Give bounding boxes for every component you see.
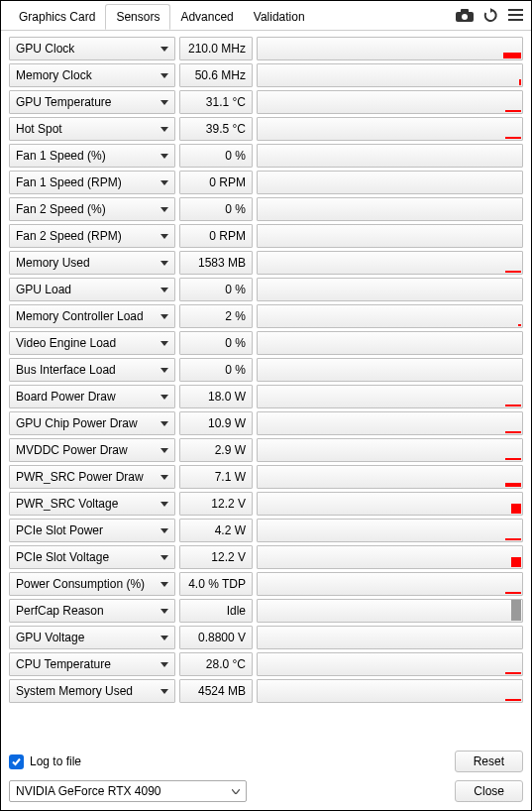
sensor-label-dropdown[interactable]: PWR_SRC Voltage <box>9 492 175 516</box>
log-to-file-label: Log to file <box>30 754 81 768</box>
chevron-down-icon <box>160 609 168 614</box>
sensor-label-dropdown[interactable]: CPU Temperature <box>9 652 175 676</box>
sensor-label-dropdown[interactable]: PWR_SRC Power Draw <box>9 465 175 489</box>
sensor-label-dropdown[interactable]: Board Power Draw <box>9 385 175 408</box>
sensor-row: PerfCap ReasonIdle <box>9 599 523 623</box>
sensor-label-dropdown[interactable]: Memory Controller Load <box>9 304 175 328</box>
spark-indicator <box>505 271 521 273</box>
svg-point-2 <box>462 14 468 20</box>
sensor-label-dropdown[interactable]: GPU Load <box>9 278 175 301</box>
svg-rect-3 <box>508 9 523 11</box>
spark-indicator <box>518 324 521 326</box>
sensor-value: 0 % <box>179 144 253 168</box>
spark-indicator <box>505 538 521 540</box>
sensor-label: PWR_SRC Voltage <box>16 497 118 511</box>
sensor-label: Fan 1 Speed (RPM) <box>16 175 122 189</box>
chevron-down-icon <box>160 395 168 400</box>
footer: Log to file Reset NVIDIA GeForce RTX 409… <box>1 743 531 810</box>
sensor-value: 2.9 W <box>179 438 253 462</box>
sensor-label-dropdown[interactable]: PCIe Slot Power <box>9 519 175 542</box>
sensor-label: GPU Load <box>16 283 71 296</box>
sensor-label-dropdown[interactable]: Hot Spot <box>9 117 175 141</box>
sensor-label: Memory Controller Load <box>16 309 144 323</box>
sensor-label: Hot Spot <box>16 122 62 136</box>
sensor-graph <box>257 652 523 676</box>
sensor-value: 12.2 V <box>179 492 253 516</box>
sensor-label-dropdown[interactable]: MVDDC Power Draw <box>9 438 175 462</box>
chevron-down-icon <box>160 636 168 640</box>
svg-rect-4 <box>508 14 523 16</box>
chevron-down-icon <box>160 47 168 52</box>
sensor-label-dropdown[interactable]: System Memory Used <box>9 679 175 703</box>
chevron-down-icon <box>160 207 168 212</box>
sensor-label-dropdown[interactable]: Fan 1 Speed (RPM) <box>9 171 175 194</box>
sensor-value: 50.6 MHz <box>179 63 253 87</box>
sensor-graph <box>257 465 523 489</box>
sensor-label-dropdown[interactable]: GPU Temperature <box>9 90 175 114</box>
sensor-label: PerfCap Reason <box>16 604 104 618</box>
menu-icon[interactable] <box>508 9 523 22</box>
sensor-value: Idle <box>179 599 253 623</box>
sensor-label-dropdown[interactable]: Fan 1 Speed (%) <box>9 144 175 168</box>
sensor-label-dropdown[interactable]: GPU Clock <box>9 37 175 60</box>
spark-indicator <box>511 504 521 514</box>
sensor-row: Bus Interface Load0 % <box>9 358 523 382</box>
tab-advanced[interactable]: Advanced <box>170 5 243 29</box>
sensor-row: Power Consumption (%)4.0 % TDP <box>9 572 523 596</box>
sensor-graph <box>257 331 523 355</box>
spark-indicator <box>505 405 521 406</box>
svg-rect-5 <box>508 19 523 21</box>
screenshot-icon[interactable] <box>456 9 474 22</box>
sensor-label-dropdown[interactable]: Fan 2 Speed (RPM) <box>9 224 175 248</box>
svg-rect-1 <box>461 9 469 13</box>
spark-indicator <box>505 483 521 487</box>
sensor-label: GPU Clock <box>16 42 74 56</box>
sensor-label-dropdown[interactable]: Memory Clock <box>9 63 175 87</box>
chevron-down-icon <box>160 261 168 266</box>
tab-validation[interactable]: Validation <box>244 5 315 29</box>
sensor-row: MVDDC Power Draw2.9 W <box>9 438 523 462</box>
sensor-label: PCIe Slot Voltage <box>16 550 109 564</box>
log-to-file-checkbox[interactable]: Log to file <box>9 754 81 769</box>
sensor-value: 0 RPM <box>179 171 253 194</box>
sensor-label-dropdown[interactable]: Fan 2 Speed (%) <box>9 197 175 221</box>
sensor-graph <box>257 572 523 596</box>
sensor-label-dropdown[interactable]: GPU Voltage <box>9 626 175 649</box>
sensor-row: GPU Temperature31.1 °C <box>9 90 523 114</box>
sensor-row: Fan 2 Speed (%)0 % <box>9 197 523 221</box>
sensor-label-dropdown[interactable]: Video Engine Load <box>9 331 175 355</box>
sensor-graph <box>257 599 523 623</box>
chevron-down-icon <box>160 100 168 105</box>
sensor-row: Memory Clock50.6 MHz <box>9 63 523 87</box>
sensor-label: CPU Temperature <box>16 657 111 671</box>
sensor-row: PWR_SRC Power Draw7.1 W <box>9 465 523 489</box>
sensor-label-dropdown[interactable]: Power Consumption (%) <box>9 572 175 596</box>
tab-sensors[interactable]: Sensors <box>105 4 170 30</box>
gpu-select[interactable]: NVIDIA GeForce RTX 4090 <box>9 780 247 802</box>
chevron-down-icon <box>160 502 168 507</box>
tab-graphics-card[interactable]: Graphics Card <box>9 5 105 29</box>
sensor-label-dropdown[interactable]: GPU Chip Power Draw <box>9 411 175 435</box>
sensor-label-dropdown[interactable]: Memory Used <box>9 251 175 275</box>
sensor-label-dropdown[interactable]: PerfCap Reason <box>9 599 175 623</box>
reset-button[interactable]: Reset <box>455 751 523 772</box>
spark-indicator <box>505 699 521 701</box>
chevron-down-icon <box>160 180 168 185</box>
sensor-row: Memory Used1583 MB <box>9 251 523 275</box>
sensor-graph <box>257 519 523 542</box>
sensor-label: Memory Used <box>16 256 90 270</box>
checkbox-box <box>9 754 24 769</box>
sensor-graph <box>257 411 523 435</box>
spark-indicator <box>505 592 521 594</box>
refresh-icon[interactable] <box>483 8 498 23</box>
sensor-value: 2 % <box>179 304 253 328</box>
sensor-graph <box>257 224 523 248</box>
spark-indicator <box>505 431 521 433</box>
sensor-value: 4.0 % TDP <box>179 572 253 596</box>
sensor-value: 31.1 °C <box>179 90 253 114</box>
sensor-label-dropdown[interactable]: PCIe Slot Voltage <box>9 545 175 569</box>
chevron-down-icon <box>160 234 168 239</box>
sensor-label-dropdown[interactable]: Bus Interface Load <box>9 358 175 382</box>
sensor-list: GPU Clock210.0 MHzMemory Clock50.6 MHzGP… <box>1 31 531 743</box>
close-button[interactable]: Close <box>455 780 523 802</box>
